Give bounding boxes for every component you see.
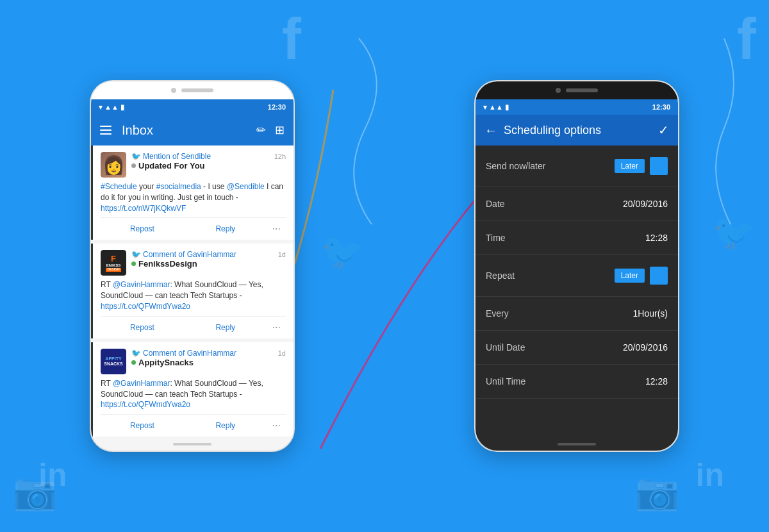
- status-icons-right: ▾ ▲▲ ▮: [483, 103, 509, 112]
- sched-label-until-date: Until Date: [486, 342, 623, 353]
- sched-row-every: Every 1Hour(s): [475, 297, 678, 331]
- tweet-meta-3: 🐦 Comment of GavinHammar 1d AppitySnacks: [131, 349, 286, 367]
- status-dot-1: [131, 163, 136, 168]
- reply-btn-2[interactable]: Reply: [184, 320, 267, 335]
- sched-label-repeat: Repeat: [486, 270, 615, 281]
- wifi-icon: ▾: [99, 103, 103, 112]
- sched-label-until-time: Until Time: [486, 376, 645, 387]
- tweet-actions-3: Repost Reply ···: [101, 414, 286, 436]
- back-icon[interactable]: ←: [484, 123, 497, 138]
- status-dot-2: [131, 262, 136, 266]
- tweet-name-2: FenikssDesign: [138, 259, 197, 269]
- signal-icon: ▲▲: [104, 103, 119, 111]
- tweet-card-2: F ENIKSS DESIGN 🐦 Comment of GavinHammar…: [91, 244, 294, 338]
- tweet-time-2: 1d: [278, 251, 286, 258]
- tweet-time-3: 1d: [278, 349, 286, 357]
- tweet-card-1: 👩 🐦 Mention of Sendible 12h Upd: [91, 145, 294, 240]
- hamburger-icon[interactable]: [100, 126, 112, 135]
- sched-label-every: Every: [486, 308, 633, 319]
- sched-row-date: Date 20/09/2016: [475, 187, 678, 221]
- tweet-source-3: 🐦 Comment of GavinHammar: [131, 349, 236, 358]
- toggle-sq-send[interactable]: [650, 157, 668, 175]
- battery-icon-r: ▮: [505, 103, 509, 112]
- sched-label-send: Send now/later: [486, 161, 615, 171]
- tweet-body-1: #Schedule your #socialmedia - I use @Sen…: [101, 181, 286, 213]
- tweet-actions-2: Repost Reply ···: [101, 316, 286, 338]
- scheduling-content: Send now/later Later Date 20/09/2016 Tim…: [475, 145, 678, 451]
- left-phone: ▾ ▲▲ ▮ 12:30 Inbox ✏ ⊞ 👩: [90, 80, 295, 452]
- camera-right: [556, 88, 561, 93]
- repost-btn-3[interactable]: Repost: [101, 419, 184, 433]
- scheduling-app-bar: ← Scheduling options ✓: [475, 115, 678, 145]
- signal-icon-r: ▲▲: [489, 103, 503, 111]
- wifi-icon-r: ▾: [483, 103, 487, 112]
- layers-icon[interactable]: ⊞: [275, 123, 285, 137]
- fenikss-logo: F ENIKSS DESIGN: [101, 250, 126, 276]
- sched-value-date[interactable]: 20/09/2016: [623, 199, 668, 209]
- sched-row-until-time: Until Time 12:28: [475, 365, 678, 399]
- toggle-chip-send[interactable]: Later: [615, 159, 645, 173]
- sched-value-until-time[interactable]: 12:28: [645, 376, 668, 387]
- tweet-time-1: 12h: [274, 153, 286, 160]
- phone-top-right: [475, 81, 678, 99]
- toggle-sq-repeat[interactable]: [650, 267, 668, 285]
- tweet-source-1: 🐦 Mention of Sendible: [131, 152, 211, 161]
- right-phone: ▾ ▲▲ ▮ 12:30 ← Scheduling options ✓ Send…: [474, 80, 679, 452]
- inbox-action-icons: ✏ ⊞: [256, 123, 285, 137]
- tweet-name-1: Updated For You: [138, 161, 205, 170]
- sched-label-date: Date: [486, 199, 623, 209]
- sched-value-time[interactable]: 12:28: [645, 233, 668, 243]
- sched-row-time: Time 12:28: [475, 221, 678, 255]
- repost-btn-2[interactable]: Repost: [101, 320, 184, 335]
- speaker-left: [181, 88, 213, 92]
- tweet-source-2: 🐦 Comment of GavinHammar: [131, 250, 236, 259]
- toggle-chip-repeat[interactable]: Later: [615, 269, 645, 283]
- tweet-name-row-1: Updated For You: [131, 161, 286, 170]
- compose-icon[interactable]: ✏: [256, 123, 266, 137]
- tweet-meta-1: 🐦 Mention of Sendible 12h Updated For Yo…: [131, 152, 286, 170]
- sched-toggle-repeat: Later: [615, 267, 668, 285]
- tweet-header-3: APPITY SNACKS 🐦 Comment of GavinHammar 1…: [101, 349, 286, 374]
- tweet-actions-1: Repost Reply ···: [101, 217, 286, 240]
- inbox-app-bar: Inbox ✏ ⊞: [91, 115, 294, 145]
- phone-top-left: [91, 81, 294, 99]
- sched-value-until-date[interactable]: 20/09/2016: [623, 342, 668, 353]
- avatar-1: 👩: [101, 152, 126, 178]
- sched-value-every[interactable]: 1Hour(s): [633, 308, 668, 319]
- inbox-content: 👩 🐦 Mention of Sendible 12h Upd: [91, 145, 294, 451]
- sched-row-until-date: Until Date 20/09/2016: [475, 331, 678, 365]
- more-btn-1[interactable]: ···: [267, 220, 286, 237]
- inbox-title: Inbox: [122, 123, 256, 138]
- tweet-name-row-3: AppitySnacks: [131, 358, 286, 367]
- tweet-name-row-2: FenikssDesign: [131, 259, 286, 269]
- status-bar-right: ▾ ▲▲ ▮ 12:30: [475, 99, 678, 115]
- scheduling-title: Scheduling options: [504, 124, 652, 137]
- tweet-name-3: AppitySnacks: [138, 358, 194, 367]
- status-bar-left: ▾ ▲▲ ▮ 12:30: [91, 99, 294, 115]
- left-panel: ▾ ▲▲ ▮ 12:30 Inbox ✏ ⊞ 👩: [0, 0, 384, 532]
- status-dot-3: [131, 360, 136, 365]
- tweet-meta-2: 🐦 Comment of GavinHammar 1d FenikssDesig…: [131, 250, 286, 269]
- avatar-3: APPITY SNACKS: [101, 349, 126, 374]
- sched-row-repeat: Repeat Later: [475, 255, 678, 297]
- camera-left: [171, 88, 176, 93]
- appity-logo: APPITY SNACKS: [101, 349, 126, 374]
- tweet-body-3: RT @GavinHammar: What SoundCloud — Yes, …: [101, 378, 286, 410]
- tweet-body-2: RT @GavinHammar: What SoundCloud — Yes, …: [101, 279, 286, 312]
- reply-btn-1[interactable]: Reply: [184, 222, 267, 236]
- phone-chin-left: [173, 443, 211, 445]
- sched-label-time: Time: [486, 233, 645, 243]
- more-btn-3[interactable]: ···: [267, 417, 286, 434]
- check-icon[interactable]: ✓: [658, 122, 669, 138]
- more-btn-2[interactable]: ···: [267, 319, 286, 336]
- phone-chin-right: [558, 443, 596, 445]
- speaker-right: [566, 88, 598, 92]
- tweet-card-3: APPITY SNACKS 🐦 Comment of GavinHammar 1…: [91, 342, 294, 436]
- battery-icon: ▮: [120, 103, 124, 112]
- repost-btn-1[interactable]: Repost: [101, 222, 184, 236]
- tweet-header-2: F ENIKSS DESIGN 🐦 Comment of GavinHammar…: [101, 250, 286, 276]
- reply-btn-3[interactable]: Reply: [184, 419, 267, 433]
- status-icons-left: ▾ ▲▲ ▮: [99, 103, 124, 112]
- sched-toggle-send: Later: [615, 157, 668, 175]
- tweet-header-1: 👩 🐦 Mention of Sendible 12h Upd: [101, 152, 286, 178]
